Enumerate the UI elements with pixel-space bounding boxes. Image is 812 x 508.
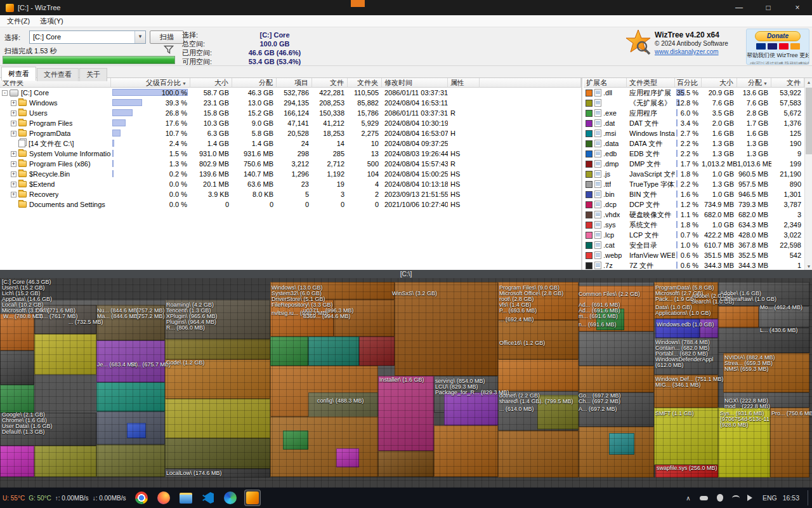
treemap-block[interactable]	[759, 306, 809, 328]
treemap-block[interactable]	[654, 282, 718, 319]
drive-select[interactable]: [C:] Core ▾	[29, 30, 146, 44]
treemap-block[interactable]	[596, 309, 624, 330]
col-header[interactable]: 文件夹	[348, 78, 382, 88]
ext-row[interactable]: .dcpDCP 文件1.2 %734.9 MB739.3 MB3,787	[584, 199, 804, 210]
treemap-block[interactable]	[127, 423, 146, 438]
shield-icon[interactable]	[715, 493, 725, 503]
treemap-block[interactable]	[270, 282, 395, 300]
expand-icon[interactable]: +	[11, 100, 16, 106]
tree-row[interactable]: +Program Files (x86)1.3 %802.9 MB750.6 M…	[0, 159, 480, 169]
treemap-block[interactable]	[723, 392, 809, 408]
ext-col-header[interactable]: 大小	[702, 78, 737, 88]
filter-icon[interactable]	[164, 44, 174, 55]
ext-row[interactable]: .edbEDB 文件2.2 %1.3 GB1.3 GB9	[584, 149, 804, 159]
treemap-block[interactable]	[655, 465, 718, 478]
tree-row[interactable]: -[C:] Core100.0 %58.7 GB46.3 GB532,78642…	[0, 88, 480, 98]
treemap-block[interactable]	[718, 282, 809, 306]
treemap-block[interactable]	[336, 448, 359, 467]
explorer-icon[interactable]	[178, 490, 194, 506]
treemap-block[interactable]	[34, 446, 96, 477]
ext-col-header[interactable]: 分配▼	[737, 78, 771, 88]
ext-row[interactable]: .binBIN 文件1.6 %1.0 GB946.5 MB1,301	[584, 189, 804, 199]
treemap-block[interactable]	[0, 351, 34, 385]
ext-row[interactable]: .ttfTrueType 字体文件2.2 %1.3 GB957.5 MB890	[584, 179, 804, 189]
expand-icon[interactable]: +	[11, 161, 16, 167]
treemap-block[interactable]	[359, 337, 395, 366]
expand-icon[interactable]: +	[11, 121, 16, 126]
treemap-block[interactable]	[34, 305, 96, 334]
ext-row[interactable]: .dmpDMP 文件1.7 %1,013.2 MB1,013.6 MB199	[584, 159, 804, 169]
expand-icon[interactable]: +	[11, 171, 16, 177]
treemap-block[interactable]	[96, 305, 165, 340]
menu-item-0[interactable]: 文件(Z)	[2, 15, 35, 27]
menu-item-1[interactable]: 选项(Y)	[35, 15, 69, 27]
wifi-icon[interactable]	[731, 493, 741, 503]
ext-row[interactable]: 《无扩展名》12.8 %7.6 GB7.6 GB57,583	[584, 98, 804, 108]
treemap-block[interactable]	[0, 385, 34, 413]
scroll-up-icon[interactable]: ▲	[805, 78, 812, 86]
treemap-block[interactable]	[0, 314, 34, 351]
wiztree-icon[interactable]	[244, 490, 261, 506]
tree-row[interactable]: +System Volume Information1.5 %931.0 MB9…	[0, 149, 480, 159]
treemap-block[interactable]	[654, 408, 718, 465]
treemap-block[interactable]	[700, 319, 718, 338]
treemap-block[interactable]	[579, 331, 654, 366]
ext-row[interactable]: .msiWindows Installer 程序包2.7 %1.6 GB1.6 …	[584, 128, 804, 138]
ext-col-header[interactable]: 文件	[771, 78, 804, 88]
treemap-block[interactable]	[0, 446, 34, 477]
treemap-block[interactable]	[378, 376, 434, 451]
close-button[interactable]: ×	[783, 0, 812, 15]
vscode-icon[interactable]	[200, 490, 216, 506]
language-indicator[interactable]: ENG	[763, 494, 777, 502]
treemap-block[interactable]	[308, 337, 359, 366]
scrollbar-thumb[interactable]	[806, 88, 812, 154]
treemap-block[interactable]	[165, 438, 270, 469]
treemap-block[interactable]	[718, 408, 770, 478]
treemap-block[interactable]	[96, 444, 165, 477]
treemap-block[interactable]	[434, 425, 498, 477]
website-link[interactable]: www.diskanalyzer.com	[655, 48, 719, 55]
ext-row[interactable]: .7z7Z 文件0.6 %344.3 MB344.3 MB1	[584, 260, 804, 270]
col-header[interactable]: 分配	[232, 78, 277, 88]
expand-icon[interactable]: +	[11, 110, 16, 116]
tree-row[interactable]: Documents and Settings0.0 %000002021/10/…	[0, 199, 480, 210]
tree-row[interactable]: +ProgramData10.7 %6.3 GB5.8 GB20,52818,2…	[0, 128, 480, 138]
treemap-block[interactable]	[165, 469, 270, 478]
treemap-block[interactable]	[444, 392, 498, 425]
expand-icon[interactable]: +	[11, 182, 16, 187]
ext-row[interactable]: .sys系统文件1.8 %1.0 GB634.3 MB2,349	[584, 220, 804, 230]
treemap-block[interactable]	[334, 300, 395, 337]
treemap-block[interactable]	[498, 320, 579, 359]
treemap-block[interactable]	[579, 366, 654, 392]
tab-1[interactable]: 文件查看	[37, 68, 79, 81]
treemap-block[interactable]	[579, 392, 654, 427]
treemap-block[interactable]	[395, 282, 498, 376]
maximize-button[interactable]: □	[754, 0, 783, 15]
col-header[interactable]: 父级百分比▼	[111, 78, 190, 88]
ext-col-header[interactable]: 文件类型	[627, 78, 675, 88]
treemap-block[interactable]	[96, 340, 165, 382]
treemap-block[interactable]	[283, 431, 308, 450]
treemap-block[interactable]	[718, 328, 809, 353]
col-header[interactable]: 大小	[190, 78, 232, 88]
treemap-block[interactable]	[34, 334, 96, 375]
col-header[interactable]: 项目	[277, 78, 312, 88]
expand-icon[interactable]: +	[11, 151, 16, 157]
ext-row[interactable]: .dll应用程序扩展35.5 %20.9 GB13.6 GB53,922	[584, 88, 804, 98]
tray-expand-icon[interactable]: ∧	[683, 493, 693, 503]
edge-icon[interactable]	[222, 490, 239, 506]
treemap-block[interactable]	[270, 337, 308, 366]
expand-icon[interactable]: +	[11, 192, 16, 197]
ext-row[interactable]: .datDAT 文件3.4 %2.0 GB1.7 GB1,376	[584, 118, 804, 128]
ext-row[interactable]: .jsJavaScript 文件1.8 %1.0 GB960.5 MB21,19…	[584, 169, 804, 179]
treemap-block[interactable]	[165, 399, 270, 438]
treemap-block[interactable]	[0, 413, 96, 446]
treemap-block[interactable]	[165, 359, 270, 399]
treemap-block[interactable]	[770, 408, 809, 478]
tab-0[interactable]: 树查看	[1, 67, 36, 81]
volume-icon[interactable]	[747, 493, 757, 503]
ext-row[interactable]: .exe应用程序6.0 %3.5 GB2.8 GB5,672	[584, 108, 804, 118]
scan-button[interactable]: 扫描	[150, 30, 184, 44]
treemap-block[interactable]	[165, 339, 270, 359]
treemap-block[interactable]	[609, 433, 634, 455]
